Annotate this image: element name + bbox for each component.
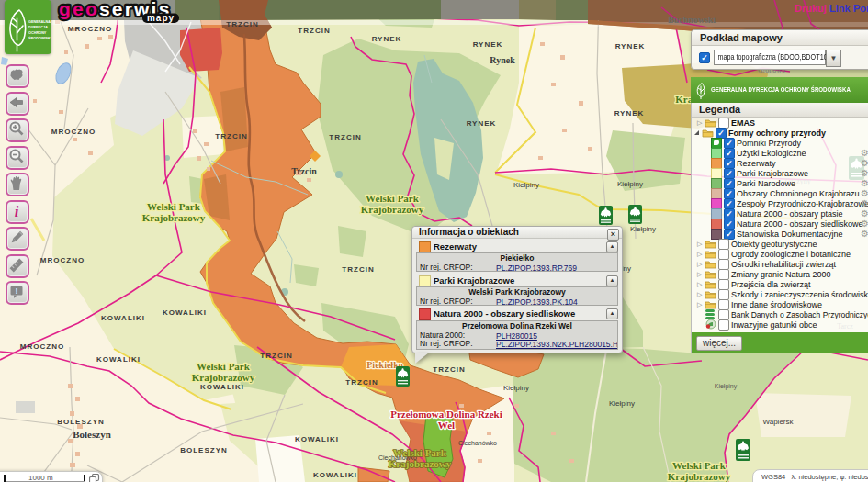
svg-text:RYNEK: RYNEK	[614, 109, 645, 118]
svg-text:Ciechanówko: Ciechanówko	[458, 440, 497, 446]
svg-text:KOWALIKI: KOWALIKI	[96, 355, 141, 364]
svg-text:Krajobrazowy: Krajobrazowy	[361, 204, 424, 215]
svg-text:MROCZNO: MROCZNO	[40, 256, 85, 264]
svg-text:Trzcin: Trzcin	[291, 166, 317, 176]
svg-text:RYNEK: RYNEK	[473, 40, 503, 49]
svg-text:BOLESZYN: BOLESZYN	[180, 446, 228, 454]
svg-text:KOWALIKI: KOWALIKI	[163, 308, 207, 317]
svg-text:i: i	[15, 202, 19, 219]
svg-text:KOWALIKI: KOWALIKI	[101, 314, 145, 322]
svg-text:MROCZNO: MROCZNO	[51, 128, 96, 136]
svg-text:MROCZNO: MROCZNO	[20, 342, 64, 351]
svg-text:RYNEK: RYNEK	[615, 42, 646, 50]
svg-text:Wel: Wel	[438, 420, 455, 431]
svg-text:TRZCIN: TRZCIN	[433, 365, 465, 374]
svg-text:Welski Park: Welski Park	[147, 201, 201, 212]
svg-text:Kiełpiny: Kiełpiny	[609, 399, 635, 408]
svg-text:BOLESZYN: BOLESZYN	[57, 418, 105, 426]
svg-text:Kiełpiny: Kiełpiny	[630, 225, 656, 233]
svg-text:Kiełpiny: Kiełpiny	[715, 383, 738, 390]
svg-text:TRZCIN: TRZCIN	[215, 132, 247, 140]
svg-text:TRZCIN: TRZCIN	[329, 133, 361, 141]
svg-text:Przełomowa Dolina Rzeki: Przełomowa Dolina Rzeki	[390, 409, 502, 420]
svg-text:Kiełpiny: Kiełpiny	[617, 180, 643, 188]
svg-text:Krajobrazowy: Krajobrazowy	[668, 471, 731, 482]
svg-text:Boleszyn: Boleszyn	[73, 429, 111, 440]
svg-text:RYNEK: RYNEK	[372, 35, 402, 43]
svg-text:Kiełpiny: Kiełpiny	[503, 384, 529, 392]
svg-text:TRZCIN: TRZCIN	[298, 27, 330, 35]
svg-text:ŚRODOWISKA: ŚRODOWISKA	[28, 36, 51, 40]
svg-text:TRZCIN: TRZCIN	[260, 352, 292, 360]
svg-text:OCHRONY: OCHRONY	[28, 31, 47, 35]
svg-text:!: !	[16, 286, 18, 296]
svg-text:Krajobrazowy: Krajobrazowy	[142, 212, 206, 223]
svg-text:Welski Park: Welski Park	[672, 460, 727, 471]
svg-text:KOWALIKI: KOWALIKI	[295, 435, 339, 443]
svg-text:Welski Park: Welski Park	[197, 361, 251, 372]
svg-text:Rynek: Rynek	[490, 55, 515, 65]
svg-text:TRZCIN: TRZCIN	[226, 20, 258, 28]
svg-text:DYREKCJA: DYREKCJA	[28, 26, 48, 29]
svg-text:GENERALNA: GENERALNA	[28, 20, 51, 24]
svg-text:TRZCIN: TRZCIN	[345, 378, 378, 387]
svg-text:TRZCIN: TRZCIN	[342, 265, 374, 274]
svg-text:Wapiersk: Wapiersk	[762, 418, 794, 426]
svg-text:Krajobrazowy: Krajobrazowy	[192, 372, 255, 383]
svg-text:Krajobrazowy: Krajobrazowy	[389, 458, 452, 469]
svg-text:KOWALIKI: KOWALIKI	[313, 471, 357, 479]
svg-text:Welski Park: Welski Park	[366, 193, 420, 204]
svg-text:Buchnowski: Buchnowski	[668, 15, 716, 25]
svg-text:Kiełpiny: Kiełpiny	[513, 181, 539, 189]
svg-text:Welski Park: Welski Park	[393, 447, 447, 458]
svg-text:RYNEK: RYNEK	[467, 119, 497, 128]
svg-text:KOWALIKI: KOWALIKI	[200, 383, 244, 391]
